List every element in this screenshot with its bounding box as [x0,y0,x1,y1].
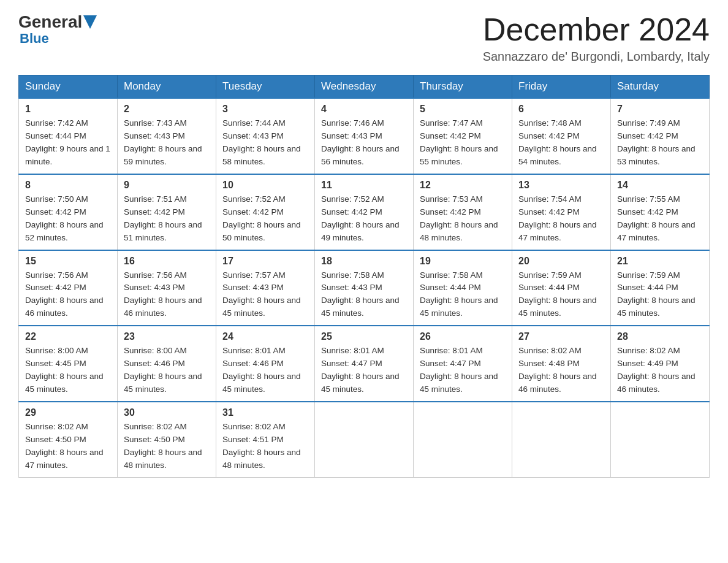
day-info: Sunrise: 7:56 AMSunset: 4:43 PMDaylight:… [124,269,210,321]
header-sunday: Sunday [19,75,118,99]
calendar-cell: 2 Sunrise: 7:43 AMSunset: 4:43 PMDayligh… [118,98,216,174]
calendar-cell: 12 Sunrise: 7:53 AMSunset: 4:42 PMDaylig… [414,174,512,250]
day-info: Sunrise: 7:49 AMSunset: 4:42 PMDaylight:… [617,117,703,169]
calendar-cell: 8 Sunrise: 7:50 AMSunset: 4:42 PMDayligh… [19,174,118,250]
day-info: Sunrise: 8:01 AMSunset: 4:46 PMDaylight:… [222,345,308,396]
title-block: December 2024 Sannazzaro de' Burgondi, L… [483,12,710,64]
day-number: 15 [25,256,111,267]
calendar-table: Sunday Monday Tuesday Wednesday Thursday… [18,75,710,477]
calendar-cell: 13 Sunrise: 7:54 AMSunset: 4:42 PMDaylig… [512,174,611,250]
day-number: 23 [124,331,210,342]
day-number: 31 [222,407,308,418]
day-number: 20 [518,256,604,267]
day-number: 19 [420,256,506,267]
day-number: 12 [420,180,506,191]
calendar-cell: 16 Sunrise: 7:56 AMSunset: 4:43 PMDaylig… [118,250,216,326]
day-info: Sunrise: 7:50 AMSunset: 4:42 PMDaylight:… [25,193,111,245]
day-info: Sunrise: 7:58 AMSunset: 4:44 PMDaylight:… [420,269,506,321]
day-number: 5 [420,104,506,115]
calendar-cell: 24 Sunrise: 8:01 AMSunset: 4:46 PMDaylig… [216,326,315,402]
page-header: General Blue December 2024 Sannazzaro de… [18,12,710,64]
days-of-week-row: Sunday Monday Tuesday Wednesday Thursday… [19,75,710,99]
location-subtitle: Sannazzaro de' Burgondi, Lombardy, Italy [483,50,710,64]
week-row-2: 8 Sunrise: 7:50 AMSunset: 4:42 PMDayligh… [19,174,710,250]
calendar-cell: 23 Sunrise: 8:00 AMSunset: 4:46 PMDaylig… [118,326,216,402]
week-row-1: 1 Sunrise: 7:42 AMSunset: 4:44 PMDayligh… [19,98,710,174]
day-info: Sunrise: 7:48 AMSunset: 4:42 PMDaylight:… [518,117,604,169]
day-number: 13 [518,180,604,191]
header-friday: Friday [512,75,611,99]
day-number: 22 [25,331,111,342]
calendar-cell: 15 Sunrise: 7:56 AMSunset: 4:42 PMDaylig… [19,250,118,326]
logo: General Blue [18,12,97,47]
day-number: 29 [25,407,111,418]
day-number: 4 [321,104,407,115]
day-number: 2 [124,104,210,115]
day-number: 14 [617,180,703,191]
calendar-cell: 10 Sunrise: 7:52 AMSunset: 4:42 PMDaylig… [216,174,315,250]
calendar-cell: 29 Sunrise: 8:02 AMSunset: 4:50 PMDaylig… [19,402,118,477]
logo-arrow-icon [83,15,97,29]
day-info: Sunrise: 8:02 AMSunset: 4:50 PMDaylight:… [25,421,111,472]
calendar-cell: 26 Sunrise: 8:01 AMSunset: 4:47 PMDaylig… [414,326,512,402]
day-info: Sunrise: 7:58 AMSunset: 4:43 PMDaylight:… [321,269,407,321]
calendar-cell [315,402,414,477]
day-number: 16 [124,256,210,267]
day-info: Sunrise: 7:55 AMSunset: 4:42 PMDaylight:… [617,193,703,245]
svg-marker-0 [83,15,97,29]
header-wednesday: Wednesday [315,75,414,99]
month-title: December 2024 [483,12,710,47]
day-info: Sunrise: 7:51 AMSunset: 4:42 PMDaylight:… [124,193,210,245]
calendar-cell: 7 Sunrise: 7:49 AMSunset: 4:42 PMDayligh… [611,98,710,174]
day-number: 24 [222,331,308,342]
day-info: Sunrise: 8:00 AMSunset: 4:46 PMDaylight:… [124,345,210,396]
day-info: Sunrise: 7:46 AMSunset: 4:43 PMDaylight:… [321,117,407,169]
calendar-cell: 1 Sunrise: 7:42 AMSunset: 4:44 PMDayligh… [19,98,118,174]
calendar-cell: 6 Sunrise: 7:48 AMSunset: 4:42 PMDayligh… [512,98,611,174]
day-info: Sunrise: 8:00 AMSunset: 4:45 PMDaylight:… [25,345,111,396]
logo-blue-text: Blue [20,31,49,46]
calendar-cell: 9 Sunrise: 7:51 AMSunset: 4:42 PMDayligh… [118,174,216,250]
day-number: 10 [222,180,308,191]
day-info: Sunrise: 8:02 AMSunset: 4:48 PMDaylight:… [518,345,604,396]
calendar-cell: 19 Sunrise: 7:58 AMSunset: 4:44 PMDaylig… [414,250,512,326]
calendar-cell [512,402,611,477]
calendar-cell: 5 Sunrise: 7:47 AMSunset: 4:42 PMDayligh… [414,98,512,174]
calendar-cell: 22 Sunrise: 8:00 AMSunset: 4:45 PMDaylig… [19,326,118,402]
calendar-cell: 3 Sunrise: 7:44 AMSunset: 4:43 PMDayligh… [216,98,315,174]
calendar-cell: 31 Sunrise: 8:02 AMSunset: 4:51 PMDaylig… [216,402,315,477]
day-info: Sunrise: 8:02 AMSunset: 4:51 PMDaylight:… [222,421,308,472]
day-info: Sunrise: 7:43 AMSunset: 4:43 PMDaylight:… [124,117,210,169]
header-tuesday: Tuesday [216,75,315,99]
day-number: 18 [321,256,407,267]
calendar-cell: 18 Sunrise: 7:58 AMSunset: 4:43 PMDaylig… [315,250,414,326]
day-number: 3 [222,104,308,115]
day-info: Sunrise: 7:56 AMSunset: 4:42 PMDaylight:… [25,269,111,321]
header-saturday: Saturday [611,75,710,99]
day-number: 21 [617,256,703,267]
day-info: Sunrise: 7:57 AMSunset: 4:43 PMDaylight:… [222,269,308,321]
logo-general-text: General [18,12,82,32]
day-number: 17 [222,256,308,267]
day-info: Sunrise: 7:52 AMSunset: 4:42 PMDaylight:… [321,193,407,245]
day-info: Sunrise: 7:59 AMSunset: 4:44 PMDaylight:… [518,269,604,321]
day-info: Sunrise: 8:01 AMSunset: 4:47 PMDaylight:… [420,345,506,396]
calendar-cell: 27 Sunrise: 8:02 AMSunset: 4:48 PMDaylig… [512,326,611,402]
calendar-cell: 14 Sunrise: 7:55 AMSunset: 4:42 PMDaylig… [611,174,710,250]
day-info: Sunrise: 7:52 AMSunset: 4:42 PMDaylight:… [222,193,308,245]
day-info: Sunrise: 7:54 AMSunset: 4:42 PMDaylight:… [518,193,604,245]
day-number: 8 [25,180,111,191]
day-number: 11 [321,180,407,191]
day-info: Sunrise: 7:59 AMSunset: 4:44 PMDaylight:… [617,269,703,321]
calendar-cell: 4 Sunrise: 7:46 AMSunset: 4:43 PMDayligh… [315,98,414,174]
day-number: 6 [518,104,604,115]
day-info: Sunrise: 8:01 AMSunset: 4:47 PMDaylight:… [321,345,407,396]
week-row-5: 29 Sunrise: 8:02 AMSunset: 4:50 PMDaylig… [19,402,710,477]
week-row-3: 15 Sunrise: 7:56 AMSunset: 4:42 PMDaylig… [19,250,710,326]
day-info: Sunrise: 7:42 AMSunset: 4:44 PMDaylight:… [25,117,111,169]
day-number: 25 [321,331,407,342]
day-number: 30 [124,407,210,418]
day-info: Sunrise: 8:02 AMSunset: 4:50 PMDaylight:… [124,421,210,472]
calendar-cell: 30 Sunrise: 8:02 AMSunset: 4:50 PMDaylig… [118,402,216,477]
day-number: 26 [420,331,506,342]
